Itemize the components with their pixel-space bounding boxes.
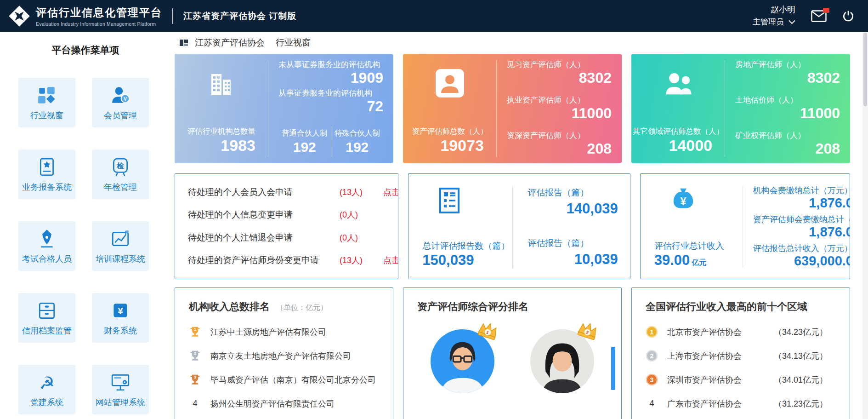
- stat-detail-value: 11000: [507, 105, 612, 121]
- panel-title: 全国评估行业收入最高的前十个区域: [646, 300, 807, 314]
- stat-detail-label: 房地产评估师（人）: [735, 59, 840, 70]
- grid-icon: [36, 85, 57, 106]
- ranking-item: 4 扬州公生明资产评估有限责任公司: [189, 397, 379, 410]
- sidebar-item-member-mgmt[interactable]: V 会员管理: [92, 78, 149, 127]
- sidebar: 平台操作菜单项 行业视窗 V: [0, 32, 171, 419]
- mid-panels-row: 待处理的个人会员入会申请 (13人) 点击 待处理的个人信息变更申请 (0人) …: [175, 173, 850, 279]
- scrollbar-thumb[interactable]: [863, 33, 867, 106]
- medal-silver-icon: 2: [646, 350, 658, 362]
- top-header: 评估行业信息化管理平台 Evaluation Industry Informat…: [0, 0, 868, 32]
- rank-number: 4: [193, 399, 197, 408]
- sidebar-item-label: 行业视窗: [30, 110, 63, 121]
- stat-detail-value: 8302: [507, 70, 612, 86]
- next-photo-edge: [611, 347, 615, 390]
- income-detail-value: 1,876.0: [753, 196, 850, 211]
- report-detail-value: 10,039: [528, 251, 618, 268]
- people-icon: [663, 70, 693, 97]
- pen-nib-icon: [36, 228, 57, 249]
- pending-row[interactable]: 待处理的资产评估师身份变更申请 (13人) 点击: [188, 254, 385, 266]
- sidebar-item-label: 业务报备系统: [22, 182, 72, 193]
- pending-row[interactable]: 待处理的个人信息变更申请 (0人): [188, 209, 385, 221]
- svg-text:¥: ¥: [680, 195, 686, 207]
- stat-detail-label: 土地估价师（人）: [735, 95, 840, 105]
- pending-label: 待处理的资产评估师身份变更申请: [188, 254, 340, 266]
- panel-title: 机构收入总数排名: [189, 300, 270, 314]
- pending-count: (0人): [340, 209, 383, 220]
- platform-logo-icon: [8, 5, 30, 27]
- stat-pair-value: 192: [293, 139, 316, 155]
- website-monitor-icon: [110, 372, 131, 393]
- sidebar-item-credit-archive[interactable]: 信用档案监管: [18, 293, 75, 343]
- member-icon: V: [110, 85, 131, 106]
- sidebar-item-industry-view[interactable]: 行业视窗: [18, 78, 75, 127]
- income-detail-label: 评估报告总计收入（万元）: [753, 243, 850, 254]
- doc-star-icon: [36, 156, 57, 178]
- pending-count: (13人): [340, 255, 383, 266]
- platform-title: 评估行业信息化管理平台: [36, 6, 162, 20]
- party-emblem-icon: ☭: [36, 372, 57, 393]
- pending-label: 待处理的个人会员入会申请: [188, 186, 340, 198]
- ranking-item: 1 江苏中土源房地产评估有限公司: [189, 326, 379, 338]
- sidebar-item-training-courses[interactable]: 培训课程系统: [92, 221, 149, 271]
- archive-cabinet-icon: [36, 300, 57, 321]
- stat-pair-label: 普通合伙人制: [282, 128, 327, 138]
- report-detail-label: 评估报告（篇）: [528, 237, 618, 249]
- region-income-ranking-panel: 全国评估行业收入最高的前十个区域 1 北京市资产评估协会 （34.23亿元） 2…: [631, 287, 850, 419]
- stat-detail-value: 208: [507, 141, 612, 157]
- sidebar-item-party-building[interactable]: ☭ 党建系统: [18, 365, 75, 414]
- ranking-name: 毕马威资产评估（南京）有限公司北京分公司: [210, 374, 376, 385]
- stat-detail-value: 1909: [278, 70, 383, 86]
- pending-action-link[interactable]: 点击: [383, 187, 398, 198]
- ranking-row: 机构收入总数排名 （单位：亿元）: [175, 287, 850, 419]
- app-root: 评估行业信息化管理平台 Evaluation Industry Informat…: [0, 0, 868, 419]
- sidebar-item-exam-qualified[interactable]: 考试合格人员: [18, 221, 75, 271]
- stat-detail-label: 从事证券服务业的评估机构: [278, 88, 383, 98]
- sidebar-item-label: 考试合格人员: [22, 253, 72, 264]
- page-scrollbar[interactable]: [862, 32, 868, 419]
- stat-detail-value: 8302: [735, 70, 840, 86]
- mail-button[interactable]: [811, 10, 827, 22]
- pending-action-link[interactable]: 点击: [383, 255, 398, 266]
- pending-row[interactable]: 待处理的个人注销退会申请 (0人): [188, 232, 385, 244]
- ranking-value: （34.13亿元）: [774, 350, 828, 362]
- ranking-item: 4 广东市资产评估协会 （31.23亿元）: [646, 397, 836, 410]
- rank-number: 4: [649, 399, 654, 408]
- sidebar-item-annual-inspection[interactable]: 检 年检管理: [92, 149, 149, 199]
- appraiser-avatar-2: 2: [530, 329, 594, 393]
- stat-pair-value: 192: [346, 139, 369, 155]
- sidebar-item-business-filing[interactable]: 业务报备系统: [18, 149, 75, 199]
- svg-text:2: 2: [194, 351, 196, 356]
- user-menu[interactable]: 赵小明 主管理员: [753, 4, 795, 28]
- sidebar-item-finance-system[interactable]: ¥ 财务系统: [92, 293, 149, 343]
- report-total-label: 总计评估报告数（篇）: [422, 240, 512, 252]
- person-card-icon: [436, 69, 464, 98]
- stat-detail-value: 11000: [735, 105, 840, 121]
- main-content: 江苏资产评估协会 行业视窗: [171, 32, 868, 419]
- breadcrumb: 江苏资产评估协会 行业视窗: [175, 37, 850, 48]
- stat-detail-label: 执业资产评估师（人）: [507, 95, 612, 105]
- sidebar-item-website-mgmt[interactable]: 网站管理系统: [92, 365, 149, 414]
- income-detail-label: 机构会费缴纳总计（万元）: [753, 185, 850, 196]
- chevron-down-icon: [789, 20, 795, 24]
- logout-button[interactable]: [842, 10, 854, 22]
- income-stats-panel: ¥ 评估行业总计收入 39.00 亿元 机构会费缴纳总计（万元）: [640, 173, 850, 279]
- header-divider: [172, 8, 173, 24]
- report-total-value: 150,039: [422, 252, 512, 269]
- stat-main-value: 19073: [440, 138, 484, 154]
- pending-row[interactable]: 待处理的个人会员入会申请 (13人) 点击: [188, 186, 385, 198]
- ranking-value: （31.23亿元）: [774, 398, 828, 409]
- stat-detail-value: 208: [735, 141, 840, 157]
- income-main-unit: 亿元: [692, 258, 706, 268]
- ranking-name: 北京市资产评估协会: [667, 327, 765, 338]
- ranking-item: 2 上海市资产评估协会 （34.13亿元）: [646, 350, 836, 362]
- other-appraiser-card: 其它领域评估师总数（人） 14000 房地产评估师（人） 8302 土地估价师（…: [631, 54, 850, 163]
- stat-main-label: 评估行业机构总数量: [187, 126, 256, 137]
- ranking-item: 3 毕马威资产评估（南京）有限公司北京分公司: [189, 373, 379, 386]
- trophy-silver-icon: 2: [189, 350, 201, 362]
- breadcrumb-org: 江苏资产评估协会: [195, 37, 265, 49]
- stat-main-value: 1983: [221, 138, 255, 154]
- report-detail-value: 140,039: [528, 201, 618, 217]
- org-total-card: 评估行业机构总数量 1983 未从事证券服务业的评估机构 1909 从事证券服务…: [175, 54, 393, 163]
- sidebar-menu: 行业视窗 V 会员管理: [0, 78, 171, 414]
- training-chart-icon: [110, 228, 131, 249]
